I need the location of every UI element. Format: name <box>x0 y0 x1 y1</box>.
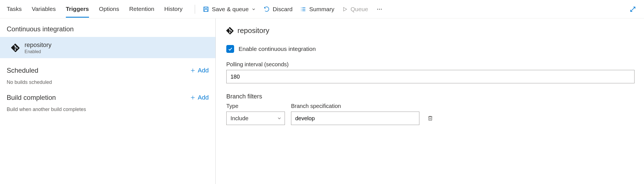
summary-label: Summary <box>309 6 334 13</box>
build-completion-add-label: Add <box>198 94 209 101</box>
plus-icon <box>190 95 196 100</box>
command-bar: Save & queue Discard Summary Queue <box>203 6 383 13</box>
save-and-queue-label: Save & queue <box>212 6 249 13</box>
play-icon <box>342 6 348 12</box>
queue-button: Queue <box>342 6 368 13</box>
scheduled-section-heading: Scheduled <box>7 67 38 74</box>
pipeline-tabbar: Tasks Variables Triggers Options Retenti… <box>0 0 644 18</box>
trash-icon <box>427 115 433 121</box>
svg-point-11 <box>379 9 380 10</box>
triggers-left-pane: Continuous integration repository Enable… <box>0 18 216 184</box>
discard-button[interactable]: Discard <box>264 6 292 13</box>
ci-item-status: Enabled <box>25 49 52 54</box>
filter-type-value: Include <box>230 115 249 122</box>
expand-icon <box>629 6 636 13</box>
branch-filter-row: Type Include Branch specification <box>226 103 635 125</box>
repository-header: repository <box>226 26 635 35</box>
list-icon <box>300 6 306 12</box>
branch-filters-heading: Branch filters <box>226 93 635 100</box>
chevron-down-icon <box>251 7 256 11</box>
undo-icon <box>264 6 270 12</box>
divider <box>195 5 195 14</box>
pipeline-tabs: Tasks Variables Triggers Options Retenti… <box>7 1 182 18</box>
svg-rect-2 <box>205 9 208 11</box>
chevron-down-icon <box>277 116 282 121</box>
svg-rect-1 <box>205 7 207 8</box>
tab-history[interactable]: History <box>164 1 182 18</box>
repository-header-title: repository <box>237 26 269 35</box>
scheduled-add-label: Add <box>198 67 209 74</box>
save-icon <box>203 6 209 12</box>
svg-marker-9 <box>343 7 347 11</box>
fullscreen-button[interactable] <box>628 5 637 14</box>
git-icon <box>11 44 20 52</box>
delete-filter-button[interactable] <box>426 112 435 125</box>
tab-options[interactable]: Options <box>99 1 119 18</box>
filter-type-label: Type <box>226 103 285 109</box>
enable-ci-label: Enable continuous integration <box>239 46 316 52</box>
save-and-queue-button[interactable]: Save & queue <box>203 6 256 13</box>
git-icon <box>226 27 234 34</box>
scheduled-add-button[interactable]: Add <box>190 67 209 74</box>
svg-point-12 <box>381 9 382 10</box>
plus-icon <box>190 68 196 73</box>
tab-triggers[interactable]: Triggers <box>66 1 89 18</box>
ci-repository-item[interactable]: repository Enabled <box>0 37 215 58</box>
branch-spec-label: Branch specification <box>291 103 419 109</box>
branch-spec-input[interactable] <box>291 112 419 125</box>
main-content: Continuous integration repository Enable… <box>0 18 644 184</box>
queue-label: Queue <box>350 6 368 13</box>
polling-interval-input[interactable] <box>226 70 635 83</box>
tab-variables[interactable]: Variables <box>32 1 56 18</box>
ci-section-heading: Continuous integration <box>0 23 215 37</box>
svg-point-10 <box>377 9 378 10</box>
build-completion-add-button[interactable]: Add <box>190 94 209 101</box>
build-completion-hint: Build when another build completes <box>0 104 215 112</box>
triggers-right-pane: repository Enable continuous integration… <box>216 18 644 184</box>
svg-rect-18 <box>429 117 432 121</box>
ci-item-name: repository <box>25 41 52 49</box>
summary-button[interactable]: Summary <box>300 6 334 13</box>
more-button[interactable] <box>376 6 383 12</box>
polling-interval-label: Polling interval (seconds) <box>226 61 635 68</box>
tab-tasks[interactable]: Tasks <box>7 1 22 18</box>
ellipsis-icon <box>376 6 383 12</box>
discard-label: Discard <box>273 6 292 13</box>
tab-retention[interactable]: Retention <box>129 1 154 18</box>
filter-type-select[interactable]: Include <box>226 112 285 125</box>
build-completion-heading: Build completion <box>7 94 56 102</box>
scheduled-hint: No builds scheduled <box>0 77 215 85</box>
enable-ci-checkbox[interactable] <box>226 45 234 53</box>
svg-line-13 <box>631 7 635 11</box>
